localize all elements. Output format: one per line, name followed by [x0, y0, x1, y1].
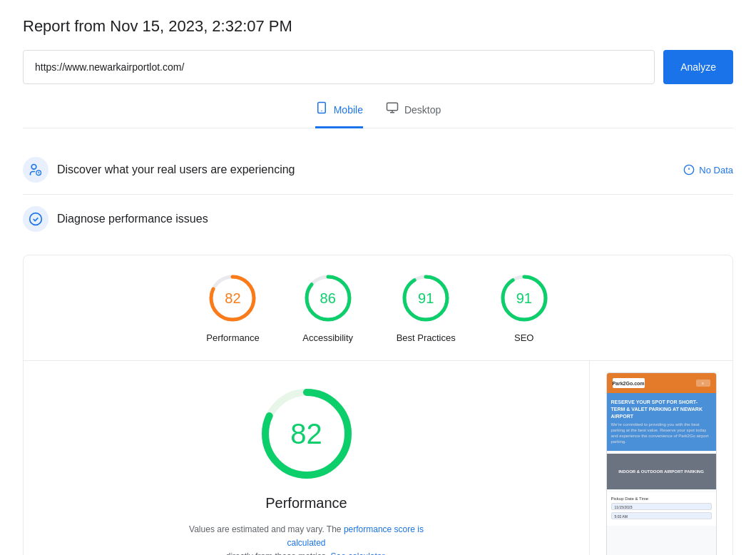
info-icon: [683, 164, 695, 175]
desc-end: .: [384, 551, 387, 555]
big-performance-circle: 82: [257, 384, 357, 484]
no-data-link[interactable]: No Data: [683, 164, 733, 175]
best-practices-label: Best Practices: [397, 332, 456, 343]
diagnose-section: Diagnose performance issues: [23, 195, 733, 243]
analyze-button[interactable]: Analyze: [663, 50, 733, 84]
tab-mobile[interactable]: Mobile: [315, 101, 363, 128]
url-bar-row: Analyze: [23, 50, 733, 84]
mobile-icon: [315, 101, 328, 118]
score-performance[interactable]: 82 Performance: [206, 273, 259, 343]
svg-point-1: [321, 111, 322, 112]
score-best-practices[interactable]: 91 Best Practices: [397, 273, 456, 343]
screenshot-menu: ≡: [696, 380, 710, 387]
calculator-link[interactable]: See calculator: [330, 551, 384, 555]
accessibility-circle: 86: [302, 273, 354, 324]
tab-mobile-label: Mobile: [334, 104, 363, 116]
performance-circle: 82: [207, 273, 258, 324]
screenshot-preview: Park2Go.com ≡ RESERVE YOUR SPOT FOR SHOR…: [606, 372, 717, 555]
real-users-title: Discover what your real users are experi…: [57, 163, 675, 176]
screenshot-input2: 5:02 AM: [611, 512, 712, 519]
screenshot-form: Pickup Date & Time 11/15/2023 5:02 AM: [607, 492, 716, 526]
url-input[interactable]: [23, 50, 655, 84]
best-practices-value: 91: [418, 290, 434, 307]
big-performance-value: 82: [290, 418, 322, 450]
logo-text: Park2Go.com: [612, 381, 644, 386]
screenshot-header: Park2Go.com ≡: [607, 373, 716, 393]
seo-value: 91: [516, 290, 532, 307]
score-accessibility[interactable]: 86 Accessibility: [302, 273, 354, 343]
desktop-icon: [386, 101, 399, 118]
screenshot-image-text: INDOOR & OUTDOOR AIRPORT PARKING: [618, 469, 704, 474]
screenshot-image: INDOOR & OUTDOOR AIRPORT PARKING: [607, 454, 716, 489]
screenshot-form-label: Pickup Date & Time: [611, 497, 712, 501]
svg-point-3: [31, 165, 36, 170]
scores-card: 82 Performance 86 Accessibility: [23, 255, 733, 555]
svg-point-6: [30, 213, 42, 225]
detail-right: Park2Go.com ≡ RESERVE YOUR SPOT FOR SHOR…: [590, 361, 732, 555]
seo-label: SEO: [514, 332, 533, 343]
screenshot-hero: RESERVE YOUR SPOT FOR SHORT-TERM & VALET…: [611, 399, 712, 419]
screenshot-logo: Park2Go.com: [613, 378, 645, 388]
svg-rect-2: [387, 103, 397, 111]
real-users-icon: [23, 157, 48, 183]
scores-row: 82 Performance 86 Accessibility: [24, 273, 732, 361]
detail-desc: Values are estimated and may vary. The p…: [178, 523, 435, 555]
desc-static: Values are estimated and may vary. The: [189, 524, 341, 534]
detail-title: Performance: [265, 495, 347, 511]
tab-desktop-label: Desktop: [404, 104, 441, 116]
report-title: Report from Nov 15, 2023, 2:32:07 PM: [23, 17, 733, 36]
performance-value: 82: [225, 290, 240, 307]
no-data-label: No Data: [699, 165, 733, 175]
detail-left: 82 Performance Values are estimated and …: [24, 361, 590, 555]
detail-section: 82 Performance Values are estimated and …: [24, 361, 732, 555]
screenshot-body: RESERVE YOUR SPOT FOR SHORT-TERM & VALET…: [607, 393, 716, 451]
screenshot-sub: We're committed to providing you with th…: [611, 422, 712, 444]
seo-circle: 91: [499, 273, 550, 324]
accessibility-label: Accessibility: [302, 332, 353, 343]
accessibility-value: 86: [320, 290, 336, 307]
diagnose-icon: [23, 206, 48, 232]
screenshot-input1: 11/15/2023: [611, 503, 712, 510]
tabs-row: Mobile Desktop: [23, 101, 733, 128]
performance-label: Performance: [206, 332, 259, 343]
diagnose-title: Diagnose performance issues: [57, 213, 733, 225]
score-seo[interactable]: 91 SEO: [499, 273, 550, 343]
best-practices-circle: 91: [400, 273, 451, 324]
real-users-section: Discover what your real users are experi…: [23, 146, 733, 195]
tab-desktop[interactable]: Desktop: [386, 101, 441, 128]
desc-mid: directly from these metrics.: [226, 551, 328, 555]
